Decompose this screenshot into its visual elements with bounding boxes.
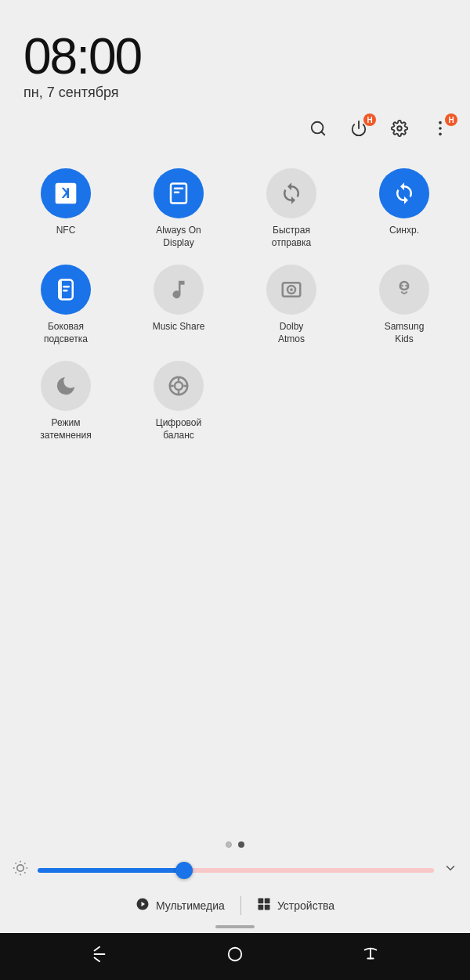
clock-date: пн, 7 сентября	[24, 85, 446, 101]
svg-point-18	[405, 285, 407, 287]
svg-rect-7	[174, 188, 184, 190]
samsung-kids-label: SamsungKids	[385, 321, 425, 345]
bottom-buttons: Мультимедиа Устройства	[0, 886, 470, 922]
svg-rect-36	[258, 899, 263, 904]
svg-point-17	[401, 285, 403, 287]
svg-point-20	[175, 382, 183, 390]
settings-button[interactable]	[385, 117, 414, 145]
quick-share-label: Быстраяотправка	[272, 225, 311, 249]
media-play-icon	[136, 897, 150, 914]
more-badge: H	[445, 113, 457, 126]
svg-line-29	[24, 872, 25, 873]
aod-icon-circle	[154, 168, 204, 218]
tile-quick-share[interactable]: Быстраяотправка	[238, 168, 345, 249]
svg-point-43	[229, 948, 242, 961]
music-share-icon-circle	[154, 265, 204, 315]
svg-line-33	[24, 863, 25, 864]
spacer	[0, 450, 470, 841]
search-icon	[309, 120, 327, 142]
tile-edge-lighting[interactable]: Боковаяподсветка	[13, 265, 119, 345]
empty-cell-1	[238, 361, 345, 441]
search-button[interactable]	[304, 117, 332, 145]
aod-label: Always OnDisplay	[156, 225, 201, 249]
home-bar	[215, 925, 255, 928]
sync-label: Синхр.	[389, 225, 419, 237]
svg-point-3	[439, 121, 442, 124]
svg-rect-38	[258, 905, 263, 910]
quick-tiles-row2: Боковаяподсветка Music Share DolbyAtmos	[0, 257, 470, 353]
dark-mode-label: Режимзатемнения	[40, 417, 91, 441]
edge-icon-circle	[41, 265, 91, 315]
dolby-icon-circle	[266, 265, 316, 315]
empty-cell-2	[351, 361, 457, 441]
tile-nfc[interactable]: NFC	[13, 168, 119, 249]
home-button[interactable]	[226, 946, 244, 967]
svg-point-2	[397, 126, 402, 131]
sync-icon-circle	[379, 168, 429, 218]
svg-rect-11	[63, 286, 70, 288]
top-icons: H H	[0, 117, 470, 153]
quick-share-icon-circle	[266, 168, 316, 218]
svg-line-42	[94, 958, 99, 962]
svg-line-28	[16, 863, 16, 864]
power-badge: H	[363, 113, 376, 126]
svg-line-40	[94, 947, 99, 951]
svg-rect-37	[265, 899, 270, 904]
clock-time: 08:00	[24, 31, 446, 81]
svg-point-5	[439, 133, 442, 136]
brightness-track[interactable]	[38, 868, 434, 873]
dot-2[interactable]	[238, 841, 244, 848]
tile-dolby[interactable]: DolbyAtmos	[238, 265, 345, 345]
tile-dark-mode[interactable]: Режимзатемнения	[13, 361, 119, 441]
digital-wellbeing-label: Цифровойбаланс	[156, 417, 201, 441]
brightness-bar	[0, 854, 470, 886]
tile-music-share[interactable]: Music Share	[125, 265, 232, 345]
brightness-chevron[interactable]	[443, 861, 457, 879]
home-indicator	[0, 922, 470, 933]
media-label: Мультимедиа	[156, 899, 225, 912]
tile-aod[interactable]: Always OnDisplay	[125, 168, 232, 249]
svg-line-32	[16, 872, 16, 873]
more-icon	[438, 120, 443, 142]
recents-button[interactable]	[362, 946, 379, 967]
power-button[interactable]: H	[345, 117, 373, 145]
svg-rect-8	[174, 192, 180, 194]
svg-point-25	[17, 865, 24, 871]
nfc-icon-circle	[41, 168, 91, 218]
samsung-kids-icon-circle	[379, 265, 429, 315]
devices-button[interactable]: Устройства	[241, 892, 350, 919]
nfc-label: NFC	[56, 225, 76, 237]
more-button[interactable]: H	[426, 117, 454, 145]
svg-rect-12	[63, 290, 67, 292]
quick-tiles-row3: Режимзатемнения Цифровойбаланс	[0, 353, 470, 449]
media-button[interactable]: Мультимедиа	[120, 892, 240, 919]
brightness-thumb[interactable]	[175, 862, 193, 879]
edge-label: Боковаяподсветка	[44, 321, 88, 345]
svg-point-15	[290, 288, 293, 291]
brightness-icon	[13, 860, 28, 880]
tile-digital-wellbeing[interactable]: Цифровойбаланс	[125, 361, 232, 441]
dot-1[interactable]	[226, 841, 232, 848]
tile-samsung-kids[interactable]: SamsungKids	[351, 265, 457, 345]
dark-mode-icon-circle	[41, 361, 91, 411]
tile-sync[interactable]: Синхр.	[351, 168, 457, 249]
dolby-label: DolbyAtmos	[278, 321, 305, 345]
music-share-label: Music Share	[153, 321, 205, 333]
devices-label: Устройства	[277, 899, 334, 912]
page-dots	[0, 841, 470, 854]
devices-icon	[257, 897, 271, 914]
back-button[interactable]	[91, 946, 108, 967]
svg-rect-39	[265, 905, 270, 910]
digital-wellbeing-icon-circle	[154, 361, 204, 411]
screen: 08:00 пн, 7 сентября H	[0, 0, 470, 980]
nav-bar	[0, 933, 470, 980]
quick-tiles-row1: NFC Always OnDisplay Быстраяотправка	[0, 153, 470, 257]
svg-point-4	[439, 127, 442, 130]
svg-line-1	[321, 132, 324, 135]
svg-rect-10	[59, 280, 62, 300]
gear-icon	[391, 120, 408, 142]
clock-area: 08:00 пн, 7 сентября	[0, 0, 470, 117]
